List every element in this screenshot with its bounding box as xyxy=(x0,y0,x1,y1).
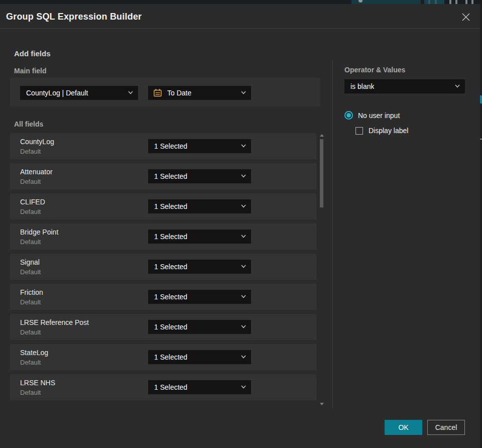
field-selection-dropdown[interactable]: 1 Selected xyxy=(148,290,251,304)
main-field-label: Main field xyxy=(14,67,47,75)
all-fields-list: CountyLog Default 1 Selected Attenuator … xyxy=(10,133,316,400)
group-sql-expression-builder-dialog: Group SQL Expression Builder Add fields … xyxy=(0,4,480,448)
operator-dropdown-value: is blank xyxy=(350,82,374,90)
display-label-label: Display label xyxy=(369,127,408,135)
list-item: Signal Default 1 Selected xyxy=(10,254,316,280)
pause-bar-icon xyxy=(435,0,437,4)
field-subtitle: Default xyxy=(20,328,41,336)
field-name: Attenuator xyxy=(20,168,53,176)
no-user-input-radio[interactable]: No user input xyxy=(344,111,400,120)
live-view-button[interactable]: Live view xyxy=(351,0,421,4)
field-selection-value: 1 Selected xyxy=(154,142,187,150)
chevron-down-icon xyxy=(241,325,246,328)
ok-button[interactable]: OK xyxy=(385,420,422,435)
toolbar-bar-icon xyxy=(449,0,451,4)
main-field-panel: CountyLog | Default To Date xyxy=(10,78,320,106)
list-item: LRSE NHS Default 1 Selected xyxy=(10,374,316,400)
dialog-title: Group SQL Expression Builder xyxy=(6,12,142,22)
field-selection-dropdown[interactable]: 1 Selected xyxy=(148,350,251,364)
scroll-down-arrow-icon[interactable] xyxy=(320,403,324,405)
chevron-down-icon xyxy=(455,84,460,88)
live-dot-icon xyxy=(358,0,363,3)
chevron-down-icon xyxy=(241,295,246,298)
list-item: Bridge Point Default 1 Selected xyxy=(10,223,316,250)
chevron-down-icon xyxy=(241,174,246,178)
field-selection-value: 1 Selected xyxy=(154,383,187,391)
list-item: Attenuator Default 1 Selected xyxy=(10,163,316,189)
field-selection-value: 1 Selected xyxy=(154,293,187,301)
chevron-down-icon xyxy=(241,385,246,389)
toolbar-bar-icon xyxy=(455,0,457,4)
all-fields-label: All fields xyxy=(14,120,43,128)
display-label-checkbox[interactable]: Display label xyxy=(355,127,408,135)
field-selection-dropdown[interactable]: 1 Selected xyxy=(148,230,251,244)
dialog-titlebar: Group SQL Expression Builder xyxy=(0,4,480,29)
field-name: CountyLog xyxy=(20,138,54,146)
main-field-dropdown[interactable]: CountyLog | Default xyxy=(20,86,138,100)
close-button[interactable] xyxy=(459,10,473,24)
field-name: Signal xyxy=(20,258,40,266)
field-name: Bridge Point xyxy=(20,228,58,236)
field-name: LRSE NHS xyxy=(20,379,55,387)
list-item: LRSE Reference Post Default 1 Selected xyxy=(10,314,316,340)
pause-bar-icon xyxy=(428,0,430,4)
field-selection-dropdown[interactable]: 1 Selected xyxy=(148,260,251,274)
chevron-down-icon xyxy=(241,204,246,208)
no-user-input-label: No user input xyxy=(358,111,400,120)
add-fields-heading: Add fields xyxy=(14,49,51,58)
calendar-icon xyxy=(153,88,162,97)
close-icon xyxy=(461,13,470,22)
field-subtitle: Default xyxy=(20,148,41,155)
field-subtitle: Default xyxy=(20,389,41,396)
field-subtitle: Default xyxy=(20,298,41,306)
date-dropdown-value: To Date xyxy=(167,89,191,97)
toolbar-bar-icon xyxy=(465,0,467,4)
field-subtitle: Default xyxy=(20,359,41,366)
backdrop-toolbar-button xyxy=(424,0,444,4)
screen: Live view Group SQL Expression Builder A… xyxy=(0,0,482,448)
field-subtitle: Default xyxy=(20,178,41,185)
backdrop-right-sliver xyxy=(480,4,482,448)
field-selection-dropdown[interactable]: 1 Selected xyxy=(148,320,251,334)
field-selection-dropdown[interactable]: 1 Selected xyxy=(148,199,251,213)
field-selection-dropdown[interactable]: 1 Selected xyxy=(148,380,251,394)
main-field-dropdown-value: CountyLog | Default xyxy=(26,89,88,97)
list-item: Friction Default 1 Selected xyxy=(10,284,316,310)
chevron-down-icon xyxy=(241,235,246,238)
list-scrollbar[interactable] xyxy=(318,132,325,408)
chevron-down-icon xyxy=(241,91,246,94)
field-selection-value: 1 Selected xyxy=(154,323,187,331)
backdrop-top-strip: Live view xyxy=(0,0,482,4)
live-view-label: Live view xyxy=(368,0,396,2)
chevron-down-icon xyxy=(241,265,246,268)
operator-dropdown[interactable]: is blank xyxy=(344,79,465,93)
field-name: LRSE Reference Post xyxy=(20,318,89,326)
main-field-date-dropdown[interactable]: To Date xyxy=(148,86,251,100)
list-item: StateLog Default 1 Selected xyxy=(10,344,316,370)
radio-icon xyxy=(344,111,353,120)
field-selection-value: 1 Selected xyxy=(154,263,187,271)
field-selection-value: 1 Selected xyxy=(154,353,187,361)
list-item: CountyLog Default 1 Selected xyxy=(10,133,316,159)
backdrop-line-fragment xyxy=(480,139,482,140)
field-selection-dropdown[interactable]: 1 Selected xyxy=(148,139,251,153)
list-item: CLIFED Default 1 Selected xyxy=(10,193,316,219)
scroll-up-arrow-icon[interactable] xyxy=(320,134,324,137)
field-subtitle: Default xyxy=(20,268,41,276)
field-name: Friction xyxy=(20,288,43,296)
field-selection-value: 1 Selected xyxy=(154,202,187,210)
scrollbar-thumb[interactable] xyxy=(320,139,323,207)
chevron-down-icon xyxy=(241,144,246,148)
toolbar-bar-icon xyxy=(471,0,473,4)
backdrop-teal-fragment xyxy=(480,95,482,103)
field-subtitle: Default xyxy=(20,208,41,215)
field-name: CLIFED xyxy=(20,198,45,206)
operator-values-label: Operator & Values xyxy=(344,66,405,74)
field-subtitle: Default xyxy=(20,238,41,246)
field-name: StateLog xyxy=(20,349,48,357)
field-selection-dropdown[interactable]: 1 Selected xyxy=(148,169,251,183)
cancel-button[interactable]: Cancel xyxy=(427,420,465,435)
chevron-down-icon xyxy=(241,355,246,359)
checkbox-icon xyxy=(355,127,363,135)
field-selection-value: 1 Selected xyxy=(154,233,187,241)
